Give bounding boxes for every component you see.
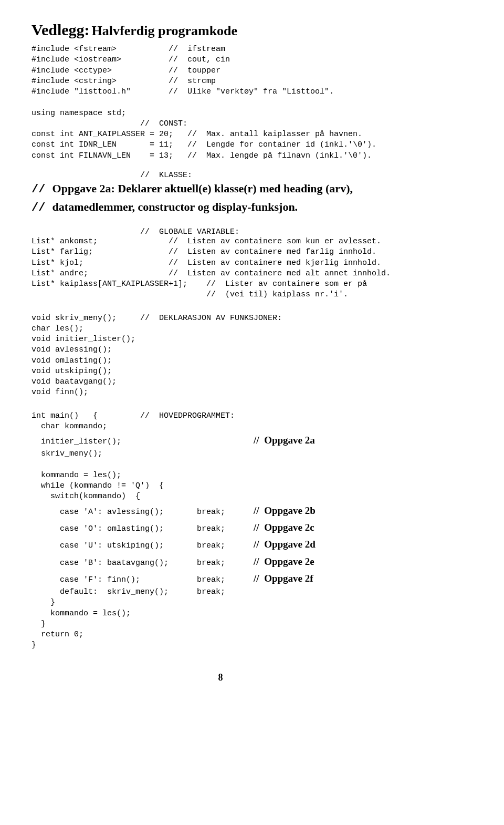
oppgave-2a-line2: // datamedlemmer, constructor og display… bbox=[32, 199, 410, 216]
code-block-3: void skriv_meny(); // DEKLARASJON AV FUN… bbox=[32, 313, 410, 398]
code-block-5: skriv_meny(); kommando = les(); while (k… bbox=[32, 449, 410, 502]
switch-cases: case 'A': avlessing(); break; // Oppgave… bbox=[32, 502, 410, 587]
initier-line: initier_lister(); // Oppgave 2a bbox=[32, 432, 410, 449]
oppgave-2a-line1: // Oppgave 2a: Deklarer aktuell(e) klass… bbox=[32, 181, 410, 198]
case-line: case 'A': avlessing(); break; // Oppgave… bbox=[32, 502, 410, 519]
globale-comment: // GLOBALE VARIABLE: bbox=[32, 228, 410, 236]
case-line: case 'F': finn(); break; // Oppgave 2f bbox=[32, 570, 410, 587]
klasse-comment: // KLASSE: bbox=[32, 171, 410, 180]
code-block-6: default: skriv_meny(); break; } kommando… bbox=[32, 587, 410, 651]
code-block-2: List* ankomst; // Listen av containere s… bbox=[32, 236, 410, 301]
case-line: case 'O': omlasting(); break; // Oppgave… bbox=[32, 519, 410, 536]
case-line: case 'B': baatavgang(); break; // Oppgav… bbox=[32, 553, 410, 570]
heading-prefix: Vedlegg: bbox=[32, 21, 90, 38]
code-block-4: int main() { // HOVEDPROGRAMMET: char ko… bbox=[32, 411, 410, 432]
heading-title: Halvferdig programkode bbox=[92, 23, 238, 38]
code-block-1: #include <fstream> // ifstream #include … bbox=[32, 44, 410, 161]
case-line: case 'U': utskiping(); break; // Oppgave… bbox=[32, 536, 410, 553]
page-heading: Vedlegg: Halvferdig programkode bbox=[32, 21, 410, 39]
page-number: 8 bbox=[32, 672, 410, 683]
